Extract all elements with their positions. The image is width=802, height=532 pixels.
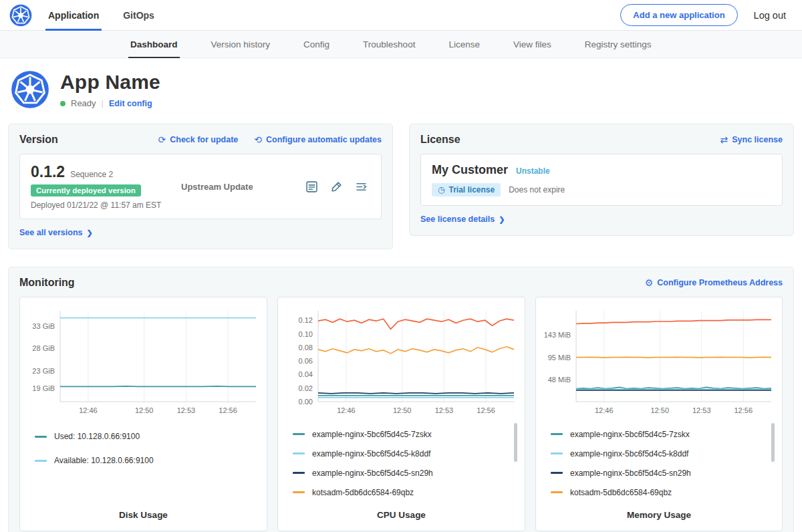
kubernetes-logo-icon xyxy=(9,4,32,27)
sync-icon: ⇄ xyxy=(720,135,728,144)
series-swatch xyxy=(551,472,563,474)
svg-text:48 MiB: 48 MiB xyxy=(548,376,571,384)
version-card-title: Version xyxy=(19,134,58,146)
legend-item: example-nginx-5bc6f5d4c5-7zskx xyxy=(551,424,767,444)
svg-text:12:53: 12:53 xyxy=(177,406,196,414)
svg-text:12:56: 12:56 xyxy=(477,406,495,414)
legend-item: kotsadm-5db6dc6584-69qbz xyxy=(551,483,767,502)
refresh-icon: ⟳ xyxy=(158,135,166,144)
series-swatch xyxy=(35,436,47,438)
license-type-badge: ◷ Trial license xyxy=(432,183,501,196)
license-card: License ⇄ Sync license My Customer Unsta… xyxy=(409,124,794,236)
svg-text:95 MiB: 95 MiB xyxy=(548,354,571,362)
release-notes-icon[interactable] xyxy=(305,180,318,193)
svg-text:12:46: 12:46 xyxy=(595,406,614,414)
divider: | xyxy=(102,98,104,108)
svg-text:12:56: 12:56 xyxy=(734,406,753,414)
memory-usage-legend: example-nginx-5bc6f5d4c5-7zskx example-n… xyxy=(541,418,777,503)
configure-prometheus-link[interactable]: ⚙ Configure Prometheus Address xyxy=(645,278,783,287)
deployed-timestamp: Deployed 01/21/22 @ 11:57 am EST xyxy=(31,201,181,210)
gear-icon: ⚙ xyxy=(645,278,654,287)
subnav-item-view-files[interactable]: View files xyxy=(497,31,568,57)
current-version-box: 0.1.2 Sequence 2 Currently deployed vers… xyxy=(19,154,382,219)
license-expiration: Does not expire xyxy=(509,185,565,194)
cpu-usage-legend: example-nginx-5bc6f5d4c5-7zskx example-n… xyxy=(283,418,519,503)
svg-text:0.02: 0.02 xyxy=(299,384,313,392)
upstream-update-label: Upstream Update xyxy=(181,182,305,192)
legend-item: example-nginx-5bc6f5d4c5-sn29h xyxy=(551,463,767,483)
version-card: Version ⟳ Check for update ⟲ Configure a… xyxy=(8,124,393,249)
see-license-details-link[interactable]: See license details ❯ xyxy=(420,215,505,224)
subnav-item-config[interactable]: Config xyxy=(287,31,346,57)
svg-text:12:46: 12:46 xyxy=(337,406,356,414)
page-title: App Name xyxy=(60,71,160,94)
chart-title: Disk Usage xyxy=(25,503,261,531)
legend-scrollbar[interactable] xyxy=(514,423,517,462)
nav-tab-application[interactable]: Application xyxy=(36,0,111,30)
disk-usage-chart: 12:4612:5012:5312:5633 GiB28 GiB23 GiB19… xyxy=(25,305,261,418)
version-sequence: Sequence 2 xyxy=(70,170,113,179)
status-dot xyxy=(60,101,65,106)
app-subnav: Dashboard Version history Config Trouble… xyxy=(0,31,802,58)
legend-item: kotsadm-5db6dc6584-69qbz xyxy=(293,483,510,502)
svg-text:12:50: 12:50 xyxy=(135,406,154,414)
app-logo-icon xyxy=(11,70,49,109)
memory-usage-chart: 12:4612:5012:5312:56143 MiB95 MiB48 MiB xyxy=(541,305,777,418)
memory-usage-panel: 12:4612:5012:5312:56143 MiB95 MiB48 MiB … xyxy=(535,297,783,531)
cpu-usage-panel: 12:4612:5012:5312:560.120.100.080.060.04… xyxy=(277,297,525,531)
svg-text:0.00: 0.00 xyxy=(299,398,313,406)
svg-text:0.04: 0.04 xyxy=(299,370,313,378)
svg-text:0.06: 0.06 xyxy=(299,357,313,365)
add-application-button[interactable]: Add a new application xyxy=(620,4,737,26)
edit-config-icon[interactable] xyxy=(330,180,343,193)
subnav-item-license[interactable]: License xyxy=(432,31,497,57)
subnav-item-troubleshoot[interactable]: Troubleshoot xyxy=(346,31,432,57)
series-swatch xyxy=(35,460,47,462)
deployed-version-badge: Currently deployed version xyxy=(31,184,141,196)
configure-automatic-updates-link[interactable]: ⟲ Configure automatic updates xyxy=(254,135,382,144)
check-for-update-link[interactable]: ⟳ Check for update xyxy=(158,135,238,144)
subnav-item-registry-settings[interactable]: Registry settings xyxy=(568,31,668,57)
subnav-item-dashboard[interactable]: Dashboard xyxy=(114,31,194,57)
license-card-title: License xyxy=(420,134,460,146)
subnav-item-version-history[interactable]: Version history xyxy=(194,31,287,57)
sync-license-link[interactable]: ⇄ Sync license xyxy=(720,135,783,144)
edit-config-link[interactable]: Edit config xyxy=(109,99,152,108)
svg-text:12:50: 12:50 xyxy=(393,406,412,414)
svg-text:0.10: 0.10 xyxy=(299,330,313,338)
svg-text:143 MiB: 143 MiB xyxy=(544,331,571,339)
disk-usage-legend: Used: 10.128.0.66:9100 Available: 10.128… xyxy=(25,418,261,503)
disk-usage-panel: 12:4612:5012:5312:5633 GiB28 GiB23 GiB19… xyxy=(19,297,267,531)
svg-text:0.08: 0.08 xyxy=(299,344,313,352)
svg-text:19 GiB: 19 GiB xyxy=(32,384,55,392)
legend-item: example-nginx-5bc6f5d4c5-7zskx xyxy=(293,424,510,444)
series-swatch xyxy=(551,433,563,435)
svg-text:12:46: 12:46 xyxy=(79,406,98,414)
legend-item: Available: 10.128.0.66:9100 xyxy=(35,448,252,473)
auto-update-icon: ⟲ xyxy=(254,135,262,144)
svg-text:0.12: 0.12 xyxy=(299,316,313,324)
customer-name: My Customer xyxy=(432,163,508,177)
see-all-versions-link[interactable]: See all versions ❯ xyxy=(19,228,93,237)
svg-text:12:53: 12:53 xyxy=(435,406,454,414)
legend-scrollbar[interactable] xyxy=(771,423,775,462)
series-swatch xyxy=(551,452,563,454)
top-nav: Application GitOps Add a new application… xyxy=(0,0,802,31)
cpu-usage-chart: 12:4612:5012:5312:560.120.100.080.060.04… xyxy=(283,305,519,418)
series-swatch xyxy=(293,452,305,454)
monitoring-title: Monitoring xyxy=(19,277,75,289)
nav-tab-gitops[interactable]: GitOps xyxy=(111,0,166,30)
chart-title: CPU Usage xyxy=(283,503,519,531)
chevron-right-icon: ❯ xyxy=(87,229,93,237)
legend-item: Used: 10.128.0.66:9100 xyxy=(35,424,252,448)
logout-link[interactable]: Log out xyxy=(754,10,786,21)
view-diff-icon[interactable] xyxy=(355,180,368,193)
series-swatch xyxy=(293,491,305,493)
channel-label: Unstable xyxy=(516,166,550,176)
svg-text:33 GiB: 33 GiB xyxy=(32,322,55,330)
legend-item: example-nginx-5bc6f5d4c5-k8ddf xyxy=(551,444,767,463)
svg-text:12:53: 12:53 xyxy=(692,406,711,414)
chart-title: Memory Usage xyxy=(541,503,777,531)
series-swatch xyxy=(293,472,305,474)
status-text: Ready xyxy=(71,98,96,108)
